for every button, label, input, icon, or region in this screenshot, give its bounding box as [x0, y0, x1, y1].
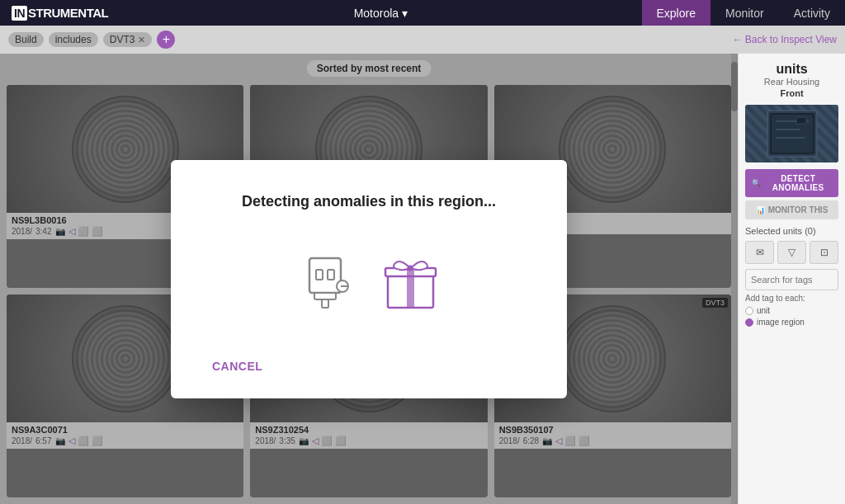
top-navigation: INSTRUMENTAL Motorola ▾ Explore Monitor …	[0, 0, 845, 26]
email-button[interactable]: ✉	[745, 241, 774, 264]
add-tag-label: Add tag to each:	[745, 294, 838, 303]
cancel-label[interactable]: CANCEL	[212, 360, 262, 373]
filter-button[interactable]: ▽	[777, 241, 806, 264]
svg-rect-9	[407, 268, 414, 308]
app-logo[interactable]: INSTRUMENTAL	[0, 0, 120, 26]
svg-rect-1	[316, 270, 323, 280]
tab-monitor[interactable]: Monitor	[710, 0, 779, 26]
sidebar-subtitle: Rear Housing	[745, 77, 838, 87]
radio-unit-indicator	[745, 307, 753, 315]
nav-center: Motorola ▾	[120, 0, 641, 26]
email-icon: ✉	[756, 247, 764, 258]
filter-icon: ▽	[788, 247, 795, 258]
sidebar-title: units	[745, 62, 838, 77]
modal-title: Detecting anomalies in this region...	[212, 193, 526, 210]
filter-includes: includes	[49, 32, 98, 47]
sidebar-view-label: Front	[745, 88, 838, 98]
svg-point-11	[407, 265, 413, 271]
tab-explore[interactable]: Explore	[642, 0, 710, 26]
plugin-icon	[301, 252, 359, 318]
modal-overlay: Detecting anomalies in this region...	[0, 54, 738, 504]
content-area: Sorted by most recent NS9L3B0016 2018/ 3…	[0, 54, 738, 504]
svg-rect-14	[772, 115, 813, 153]
svg-rect-2	[328, 270, 334, 280]
filter-bar: Build includes DVT3 ✕ + ← Back to Inspec…	[0, 26, 845, 54]
tab-activity[interactable]: Activity	[779, 0, 845, 26]
modal-cancel-button[interactable]: CANCEL	[212, 359, 526, 374]
filter-dvt3[interactable]: DVT3 ✕	[103, 32, 153, 47]
gift-icon	[384, 252, 437, 313]
modal-icons	[212, 252, 526, 318]
radio-image-region-indicator	[745, 318, 753, 327]
radio-unit[interactable]: unit	[745, 306, 838, 315]
nav-tabs: Explore Monitor Activity	[642, 0, 846, 26]
radio-image-region[interactable]: image region	[745, 318, 838, 327]
main-area: Sorted by most recent NS9L3B0016 2018/ 3…	[0, 54, 845, 504]
tag-target-radio-group: unit image region	[745, 306, 838, 327]
search-icon: 🔍	[752, 179, 761, 187]
tag-button[interactable]: ⊡	[810, 241, 838, 264]
svg-rect-4	[322, 299, 328, 308]
device-preview	[745, 105, 838, 163]
product-selector[interactable]: Motorola ▾	[354, 7, 408, 20]
svg-rect-18	[796, 117, 806, 124]
logo-strumental: STRUMENTAL	[28, 6, 108, 20]
right-sidebar: units Rear Housing Front 🔍 DETECT	[738, 54, 845, 504]
detecting-anomalies-modal: Detecting anomalies in this region...	[171, 160, 567, 398]
logo-in: IN	[12, 6, 27, 21]
monitor-icon: 📊	[756, 206, 765, 214]
add-filter-button[interactable]: +	[157, 31, 175, 49]
tag-search-field[interactable]: +	[745, 269, 838, 290]
tag-icon: ⊡	[820, 247, 828, 258]
filter-build: Build	[8, 32, 44, 47]
sidebar-preview-image[interactable]	[745, 105, 838, 163]
remove-filter-icon[interactable]: ✕	[138, 35, 145, 45]
sidebar-action-buttons: ✉ ▽ ⊡	[745, 241, 838, 264]
detect-anomalies-button[interactable]: 🔍 DETECT ANOMALIES	[745, 169, 838, 197]
selected-units-label: Selected units (0)	[745, 226, 838, 236]
chevron-down-icon: ▾	[402, 7, 408, 20]
svg-rect-3	[314, 293, 336, 299]
tag-search-input[interactable]	[751, 275, 845, 285]
monitor-this-button[interactable]: 📊 MONITOR THIS	[745, 200, 838, 219]
back-to-inspect-link[interactable]: ← Back to Inspect View	[732, 34, 837, 45]
